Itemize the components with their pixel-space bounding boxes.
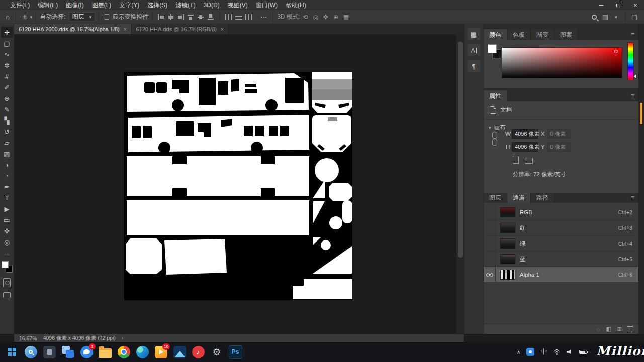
visibility-toggle[interactable]	[484, 236, 496, 252]
tab-layers[interactable]: 图层	[484, 193, 507, 203]
hand-tool[interactable]: ✜	[1, 225, 13, 236]
menu-filter[interactable]: 滤镜(T)	[171, 0, 199, 10]
tab-paths[interactable]: 路径	[531, 193, 555, 203]
channel-row-green[interactable]: 绿 Ctrl+4	[484, 236, 638, 252]
character-panel-icon[interactable]: A	[467, 44, 480, 56]
portrait-orientation-icon[interactable]	[513, 156, 519, 164]
panel-scrollbar-thumb[interactable]	[640, 103, 642, 124]
channel-row-red[interactable]: 红 Ctrl+3	[484, 220, 638, 236]
tray-expand-icon[interactable]: ∧	[517, 349, 520, 355]
tab-gradients[interactable]: 渐变	[531, 29, 555, 40]
align-left-icon[interactable]	[157, 14, 165, 21]
delete-channel-icon[interactable]	[628, 327, 632, 332]
gradient-tool[interactable]: ▨	[1, 148, 13, 159]
paragraph-panel-icon[interactable]: ¶	[467, 60, 480, 72]
search-icon[interactable]	[592, 15, 597, 20]
tray-app-icon[interactable]	[526, 348, 534, 356]
doc-tab-inactive[interactable]: 6120 HHA.dds @ 16.7%(RGB/8) ×	[132, 24, 229, 34]
close-tab-icon[interactable]: ×	[124, 27, 127, 32]
channel-row-blue[interactable]: 蓝 Ctrl+5	[484, 252, 638, 267]
roll-3d-icon[interactable]: ◎	[313, 14, 318, 21]
blur-tool[interactable]: ◑	[1, 159, 13, 170]
more-options-icon[interactable]: ⋯	[258, 13, 269, 21]
restore-button[interactable]	[610, 0, 627, 10]
quick-selection-tool[interactable]: ✲	[1, 60, 13, 71]
file-explorer-button[interactable]	[97, 344, 113, 360]
hue-slider-marker[interactable]	[634, 74, 636, 78]
menu-image[interactable]: 图像(I)	[62, 0, 87, 10]
panel-menu-icon[interactable]: ≡	[627, 29, 638, 40]
align-top-icon[interactable]	[187, 14, 195, 21]
wifi-icon[interactable]	[553, 349, 561, 355]
distribute-spacing-icon[interactable]	[245, 14, 252, 20]
close-tab-icon[interactable]: ×	[221, 27, 224, 32]
history-panel-icon[interactable]: ▤	[467, 28, 480, 40]
status-chevron-icon[interactable]: ›	[122, 335, 123, 341]
move-tool[interactable]: ✛	[1, 27, 13, 38]
current-tool-icon[interactable]: ✛	[20, 13, 30, 21]
media-app-button[interactable]: 10	[153, 344, 169, 360]
height-field[interactable]: 4096 像素	[512, 142, 538, 152]
foreground-color-swatch[interactable]	[2, 261, 9, 268]
eyedropper-tool[interactable]: ✐	[1, 82, 13, 93]
workspace-caret-icon[interactable]: ▾	[615, 15, 617, 20]
align-center-horizontal-icon[interactable]	[167, 14, 175, 21]
tab-properties[interactable]: 属性	[484, 90, 507, 101]
task-view-button[interactable]	[60, 344, 76, 360]
tool-preset-caret-icon[interactable]: ▾	[30, 15, 33, 20]
align-middle-vertical-icon[interactable]	[197, 14, 205, 21]
vertical-scrollbar[interactable]	[456, 34, 464, 334]
start-button[interactable]	[4, 344, 20, 360]
music-app-button[interactable]: ♪	[190, 344, 206, 360]
width-field[interactable]: 4096 像素	[512, 129, 538, 139]
distribute-vertical-icon[interactable]	[235, 14, 242, 20]
pan-3d-icon[interactable]: ✜	[323, 14, 328, 21]
menu-view[interactable]: 视图(V)	[224, 0, 252, 10]
close-button[interactable]: ✕	[627, 0, 644, 10]
x-field[interactable]: 0 像素	[547, 129, 571, 139]
path-selection-tool[interactable]: ▶	[1, 203, 13, 214]
foreground-color-swatch[interactable]	[488, 44, 497, 53]
menu-edit[interactable]: 编辑(E)	[34, 0, 62, 10]
slide-3d-icon[interactable]: ⊕	[333, 14, 338, 21]
align-bottom-icon[interactable]	[207, 14, 215, 21]
menu-type[interactable]: 文字(Y)	[115, 0, 143, 10]
menu-3d[interactable]: 3D(D)	[200, 0, 224, 10]
zoom-tool[interactable]: ◎	[1, 236, 13, 248]
photoshop-button[interactable]: Ps	[227, 344, 243, 360]
distribute-horizontal-icon[interactable]	[225, 14, 232, 20]
menu-select[interactable]: 选择(S)	[143, 0, 171, 10]
doc-tab-active[interactable]: 6120 HHA 2000.dds @ 16.7%(Alpha 1/8) ×	[14, 24, 132, 34]
minimize-button[interactable]	[593, 0, 610, 10]
color-picker-marker[interactable]	[614, 50, 618, 53]
link-dimensions-icon[interactable]	[492, 130, 497, 148]
camera-3d-icon[interactable]: ▦	[343, 14, 349, 21]
menu-file[interactable]: 文件(F)	[6, 0, 34, 10]
zoom-level[interactable]: 16.67%	[19, 335, 37, 341]
clone-stamp-tool[interactable]: ▚	[1, 115, 13, 126]
home-icon[interactable]: ⌂	[3, 13, 12, 21]
visibility-toggle[interactable]	[484, 267, 496, 283]
show-transform-checkbox[interactable]	[104, 14, 109, 20]
canvas[interactable]	[124, 72, 352, 300]
settings-button[interactable]: ⚙	[209, 344, 225, 360]
y-field[interactable]: 0 像素	[547, 142, 571, 152]
volume-icon[interactable]	[567, 349, 573, 355]
vertical-scrollbar-thumb[interactable]	[458, 42, 463, 258]
orbit-3d-icon[interactable]: ⟲	[303, 14, 308, 21]
panel-menu-icon[interactable]: ≡	[627, 193, 638, 203]
edit-toolbar-icon[interactable]: ⋯	[4, 251, 10, 257]
panel-scrollbar[interactable]	[638, 24, 644, 334]
chrome-button[interactable]	[116, 344, 132, 360]
panel-menu-icon[interactable]: ≡	[627, 90, 638, 101]
quick-mask-icon[interactable]	[3, 278, 11, 287]
eraser-tool[interactable]: ▱	[1, 137, 13, 148]
photos-app-button[interactable]	[171, 344, 188, 360]
shape-tool[interactable]: ▭	[1, 214, 13, 225]
auto-select-dropdown[interactable]: 图层 ▾	[69, 12, 96, 22]
screen-mode-icon[interactable]	[3, 292, 11, 298]
type-tool[interactable]: T	[1, 192, 13, 203]
brush-tool[interactable]: ✎	[1, 104, 13, 115]
tab-patterns[interactable]: 图案	[555, 29, 578, 40]
workspace-layout-icon[interactable]: ▦	[600, 13, 611, 21]
